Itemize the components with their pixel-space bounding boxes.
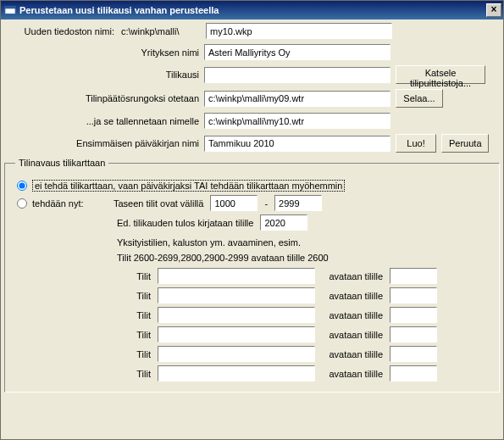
radio-row-later[interactable]: ei tehdä tilikarttaan, vaan päiväkirjaks…: [15, 180, 489, 192]
row-period: Tilikausi Katsele tilipuitteistoja...: [4, 65, 500, 84]
open-row-4: Tilit avataan tilille: [15, 326, 489, 343]
row-firstjournal: Ensimmäisen päiväkirjan nimi Luo! Peruut…: [4, 134, 500, 153]
save-input[interactable]: [204, 113, 390, 129]
firstjournal-input[interactable]: [204, 136, 390, 152]
window-title: Perustetaan uusi tilikausi vanhan perust…: [19, 5, 486, 15]
tilit-range-6[interactable]: [158, 365, 315, 382]
avataan-target-1[interactable]: [390, 268, 437, 284]
radio-now[interactable]: [17, 198, 27, 209]
avataan-label-2: avataan tilille: [315, 291, 390, 301]
tilit-range-3[interactable]: [158, 307, 315, 323]
avataan-label-3: avataan tilille: [315, 310, 390, 320]
close-button[interactable]: ×: [486, 3, 501, 17]
avataan-label-5: avataan tilille: [315, 349, 390, 359]
opening-group: Tilinavaus tilikarttaan ei tehdä tilikar…: [4, 158, 500, 393]
opening-legend: Tilinavaus tilikarttaan: [15, 158, 108, 168]
row-runko: Tilinpäätösrungoksi otetaan Selaa...: [4, 89, 500, 108]
avataan-target-4[interactable]: [390, 326, 437, 343]
avataan-label-6: avataan tilille: [315, 369, 390, 379]
client-area: Uuden tiedoston nimi: c:\winkp\malli\ Yr…: [4, 23, 500, 436]
app-icon: [4, 4, 16, 16]
create-button[interactable]: Luo!: [396, 134, 436, 153]
row-save: ...ja se tallennetaan nimelle: [4, 113, 500, 129]
filename-label: Uuden tiedoston nimi:: [4, 26, 119, 36]
firstjournal-label: Ensimmäisen päiväkirjan nimi: [4, 138, 204, 148]
svg-rect-1: [5, 7, 15, 9]
tilit-label-6: Tilit: [15, 369, 158, 379]
period-input[interactable]: [204, 67, 390, 83]
info-line-2: Tilit 2600-2699,2800,2900-2999 avataan t…: [117, 253, 489, 263]
tilit-range-4[interactable]: [158, 326, 315, 343]
tilit-label-1: Tilit: [15, 271, 158, 281]
radio-now-label: tehdään nyt:: [32, 198, 114, 209]
radio-row-now[interactable]: tehdään nyt: Taseen tilit ovat välillä -: [15, 195, 489, 211]
row-company: Yrityksen nimi: [4, 44, 500, 60]
tilit-range-1[interactable]: [158, 268, 315, 284]
runko-input[interactable]: [204, 91, 390, 107]
radio-later-label: ei tehdä tilikarttaan, vaan päiväkirjaks…: [32, 180, 345, 192]
open-row-2: Tilit avataan tilille: [15, 287, 489, 304]
tilit-label-3: Tilit: [15, 310, 158, 320]
avataan-label-4: avataan tilille: [315, 330, 390, 340]
open-rows: Tilit avataan tilille Tilit avataan tili…: [15, 268, 489, 382]
open-row-3: Tilit avataan tilille: [15, 307, 489, 323]
open-row-1: Tilit avataan tilille: [15, 268, 489, 284]
range-label: Taseen tilit ovat välillä: [114, 198, 210, 209]
templates-button[interactable]: Katsele tilipuitteistoja...: [396, 65, 485, 84]
tilit-label-4: Tilit: [15, 330, 158, 340]
tilit-range-2[interactable]: [158, 287, 315, 304]
period-label: Tilikausi: [4, 70, 204, 80]
tilit-range-5[interactable]: [158, 346, 315, 362]
avataan-target-3[interactable]: [390, 307, 437, 323]
avataan-label-1: avataan tilille: [315, 271, 390, 281]
save-label: ...ja se tallennetaan nimelle: [4, 116, 204, 126]
browse-button[interactable]: Selaa...: [396, 89, 443, 108]
info-line-1: Yksityistilien, kaluston ym. avaaminen, …: [117, 237, 489, 248]
cancel-button[interactable]: Peruuta: [441, 134, 489, 153]
row-result: Ed. tilikauden tulos kirjataan tilille: [117, 214, 489, 231]
titlebar: Perustetaan uusi tilikausi vanhan perust…: [1, 1, 503, 19]
avataan-target-2[interactable]: [390, 287, 437, 304]
radio-later[interactable]: [17, 181, 27, 191]
open-row-5: Tilit avataan tilille: [15, 346, 489, 362]
company-input[interactable]: [204, 44, 390, 60]
avataan-target-5[interactable]: [390, 346, 437, 362]
avataan-target-6[interactable]: [390, 365, 437, 382]
filename-input[interactable]: [206, 23, 392, 39]
dialog-window: Perustetaan uusi tilikausi vanhan perust…: [0, 0, 504, 440]
open-row-6: Tilit avataan tilille: [15, 365, 489, 382]
runko-label: Tilinpäätösrungoksi otetaan: [4, 93, 204, 103]
range-dash: -: [258, 198, 274, 209]
tilit-label-5: Tilit: [15, 349, 158, 359]
range-to-input[interactable]: [274, 195, 322, 211]
result-label: Ed. tilikauden tulos kirjataan tilille: [117, 218, 260, 228]
row-filename: Uuden tiedoston nimi: c:\winkp\malli\: [4, 23, 500, 39]
company-label: Yrityksen nimi: [4, 47, 204, 58]
result-input[interactable]: [260, 214, 307, 231]
range-from-input[interactable]: [210, 195, 258, 211]
filename-path-prefix: c:\winkp\malli\: [119, 26, 206, 36]
tilit-label-2: Tilit: [15, 291, 158, 301]
